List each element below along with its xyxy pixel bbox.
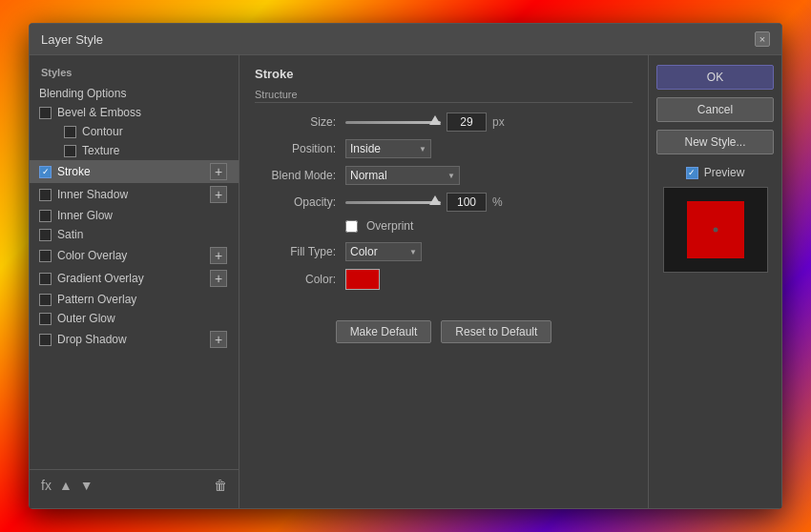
contour-label: Contour [82, 125, 123, 138]
left-panel: Styles Blending Options Bevel & Emboss C… [30, 55, 239, 508]
satin-checkbox[interactable] [39, 229, 52, 241]
gradient-overlay-label: Gradient Overlay [57, 272, 144, 285]
right-panel: OK Cancel New Style... Preview [648, 55, 781, 508]
sidebar-item-pattern-overlay[interactable]: Pattern Overlay [30, 290, 239, 309]
blending-options-label: Blending Options [39, 87, 126, 100]
sidebar-item-inner-shadow[interactable]: Inner Shadow + [30, 183, 239, 206]
preview-checkbox[interactable] [686, 167, 698, 179]
drop-shadow-checkbox[interactable] [39, 334, 52, 346]
bottom-buttons: Make Default Reset to Default [255, 309, 633, 343]
opacity-unit: % [492, 195, 503, 209]
stroke-label: Stroke [57, 165, 91, 178]
delete-icon[interactable]: 🗑 [214, 478, 227, 493]
left-panel-footer: fx ▲ ▼ 🗑 [30, 469, 239, 501]
overprint-checkbox[interactable] [345, 220, 358, 233]
fx-icon[interactable]: fx [41, 478, 52, 493]
sidebar-item-drop-shadow[interactable]: Drop Shadow + [30, 328, 239, 351]
position-dropdown-wrap: Inside Outside Center [345, 139, 431, 158]
fill-type-row: Fill Type: Color Gradient Pattern [255, 242, 633, 261]
color-overlay-label: Color Overlay [57, 249, 127, 262]
blend-mode-dropdown-wrap: Normal Dissolve Multiply Screen [345, 166, 460, 185]
drop-shadow-add-button[interactable]: + [210, 331, 227, 348]
position-row: Position: Inside Outside Center [255, 139, 633, 158]
cancel-button[interactable]: Cancel [656, 97, 774, 122]
make-default-button[interactable]: Make Default [336, 320, 432, 343]
stroke-checkbox[interactable] [39, 166, 52, 178]
color-overlay-checkbox[interactable] [39, 250, 52, 262]
fill-type-select[interactable]: Color Gradient Pattern [345, 242, 422, 261]
sidebar-item-blending-options[interactable]: Blending Options [30, 84, 239, 103]
inner-glow-label: Inner Glow [57, 209, 113, 222]
drop-shadow-label: Drop Shadow [57, 333, 127, 346]
size-slider-thumb [429, 115, 441, 125]
sidebar-item-texture[interactable]: Texture [30, 141, 239, 160]
ok-button[interactable]: OK [656, 65, 774, 90]
size-row: Size: 29 px [255, 113, 633, 132]
stroke-add-button[interactable]: + [210, 163, 227, 180]
blend-mode-select[interactable]: Normal Dissolve Multiply Screen [345, 166, 460, 185]
sidebar-item-gradient-overlay[interactable]: Gradient Overlay + [30, 267, 239, 290]
inner-shadow-label: Inner Shadow [57, 188, 128, 201]
size-unit: px [492, 115, 505, 129]
blend-mode-label: Blend Mode: [255, 169, 345, 182]
opacity-slider[interactable] [345, 194, 441, 210]
inner-glow-checkbox[interactable] [39, 210, 52, 222]
panel-title: Stroke [255, 67, 633, 81]
opacity-row: Opacity: 100 % [255, 193, 633, 212]
inner-shadow-add-button[interactable]: + [210, 186, 227, 203]
sidebar-item-color-overlay[interactable]: Color Overlay + [30, 244, 239, 267]
preview-dot [713, 228, 717, 233]
sidebar-item-satin[interactable]: Satin [30, 225, 239, 244]
pattern-overlay-label: Pattern Overlay [57, 293, 136, 306]
texture-label: Texture [82, 144, 119, 157]
structure-title: Structure [255, 89, 633, 103]
size-label: Size: [255, 115, 345, 129]
title-bar: Layer Style × [30, 24, 781, 55]
sidebar-item-contour[interactable]: Contour [30, 122, 239, 141]
opacity-input[interactable]: 100 [447, 193, 487, 212]
move-up-icon[interactable]: ▲ [59, 478, 73, 493]
color-row: Color: [255, 269, 633, 290]
dialog-body: Styles Blending Options Bevel & Emboss C… [30, 55, 781, 508]
layer-style-dialog: Layer Style × Styles Blending Options Be… [29, 23, 782, 509]
dialog-title: Layer Style [41, 32, 103, 47]
color-label: Color: [255, 273, 345, 286]
preview-section: Preview [656, 166, 774, 273]
inner-shadow-checkbox[interactable] [39, 189, 52, 201]
reset-default-button[interactable]: Reset to Default [441, 320, 551, 343]
bevel-emboss-checkbox[interactable] [39, 107, 52, 119]
size-input[interactable]: 29 [447, 113, 487, 132]
outer-glow-checkbox[interactable] [39, 313, 52, 325]
texture-checkbox[interactable] [64, 145, 76, 157]
opacity-label: Opacity: [255, 195, 345, 209]
middle-panel: Stroke Structure Size: 29 px Position: [239, 55, 648, 508]
fill-type-dropdown-wrap: Color Gradient Pattern [345, 242, 422, 261]
position-select[interactable]: Inside Outside Center [345, 139, 431, 158]
fill-type-label: Fill Type: [255, 245, 345, 258]
sidebar-item-bevel-emboss[interactable]: Bevel & Emboss [30, 103, 239, 122]
styles-title: Styles [30, 63, 239, 84]
sidebar-item-stroke[interactable]: Stroke + [30, 160, 239, 183]
contour-checkbox[interactable] [64, 126, 76, 138]
pattern-overlay-checkbox[interactable] [39, 294, 52, 306]
overprint-row: Overprint [255, 219, 633, 233]
color-overlay-add-button[interactable]: + [210, 247, 227, 264]
opacity-slider-thumb [429, 195, 441, 205]
blend-mode-row: Blend Mode: Normal Dissolve Multiply Scr… [255, 166, 633, 185]
outer-glow-label: Outer Glow [57, 312, 115, 325]
satin-label: Satin [57, 228, 83, 241]
gradient-overlay-add-button[interactable]: + [210, 270, 227, 287]
sidebar-item-inner-glow[interactable]: Inner Glow [30, 206, 239, 225]
move-down-icon[interactable]: ▼ [80, 478, 94, 493]
bevel-emboss-label: Bevel & Emboss [57, 106, 141, 119]
preview-canvas [663, 187, 768, 273]
overprint-label[interactable]: Overprint [345, 219, 413, 233]
preview-label: Preview [704, 166, 745, 179]
new-style-button[interactable]: New Style... [656, 130, 774, 154]
size-slider[interactable] [345, 114, 441, 130]
close-button[interactable]: × [755, 31, 770, 47]
gradient-overlay-checkbox[interactable] [39, 273, 52, 285]
sidebar-item-outer-glow[interactable]: Outer Glow [30, 309, 239, 328]
color-swatch[interactable] [345, 269, 380, 290]
position-label: Position: [255, 142, 345, 155]
